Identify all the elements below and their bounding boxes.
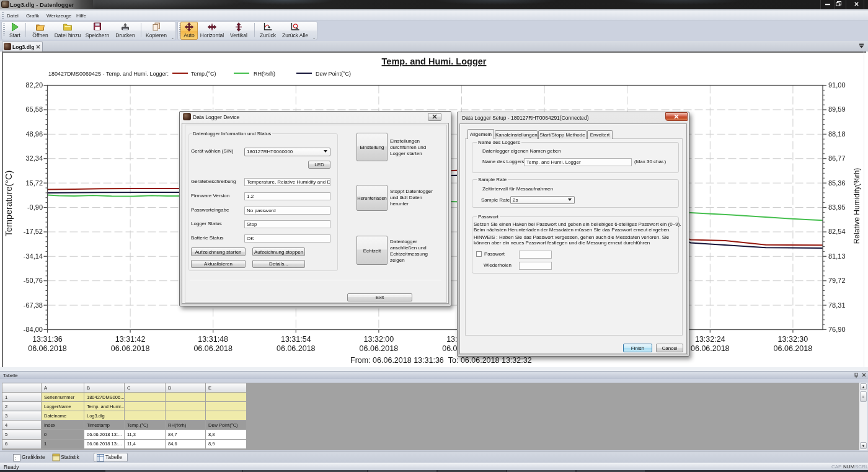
svg-text:15,72: 15,72 bbox=[25, 179, 43, 187]
svg-text:Temperature(°C): Temperature(°C) bbox=[4, 171, 14, 237]
svg-text:83,95: 83,95 bbox=[828, 203, 846, 211]
svg-text:13:31:36: 13:31:36 bbox=[32, 335, 63, 344]
svg-text:91,00: 91,00 bbox=[828, 81, 846, 89]
svg-text:48,96: 48,96 bbox=[25, 130, 43, 138]
svg-text:06.06.2018: 06.06.2018 bbox=[28, 344, 67, 353]
svg-text:RH(%rh): RH(%rh) bbox=[254, 71, 275, 77]
svg-text:82,54: 82,54 bbox=[828, 228, 846, 235]
svg-text:Temp.(°C): Temp.(°C) bbox=[191, 71, 216, 77]
svg-text:180427DMS0069425 - Temp. and H: 180427DMS0069425 - Temp. and Humi. Logge… bbox=[48, 71, 169, 77]
svg-text:86,77: 86,77 bbox=[828, 154, 846, 162]
svg-text:13:31:42: 13:31:42 bbox=[115, 335, 146, 344]
svg-text:From: 06.06.2018 13:31:36 To:: From: 06.06.2018 13:31:36 To: 06.06.2018… bbox=[350, 356, 532, 365]
svg-text:65,58: 65,58 bbox=[25, 105, 43, 113]
svg-text:-67,38: -67,38 bbox=[24, 301, 43, 309]
svg-text:13:32:30: 13:32:30 bbox=[778, 335, 808, 344]
svg-text:81,13: 81,13 bbox=[828, 252, 846, 260]
svg-text:76,90: 76,90 bbox=[828, 326, 846, 333]
svg-text:13:31:48: 13:31:48 bbox=[198, 335, 228, 344]
svg-text:-84,00: -84,00 bbox=[24, 326, 43, 333]
svg-text:13:31:54: 13:31:54 bbox=[281, 335, 311, 344]
svg-text:88,18: 88,18 bbox=[828, 130, 846, 138]
svg-text:79,72: 79,72 bbox=[828, 277, 846, 284]
svg-text:06.06.2018: 06.06.2018 bbox=[691, 344, 730, 353]
svg-text:13:32:24: 13:32:24 bbox=[695, 335, 725, 344]
svg-text:06.06.2018: 06.06.2018 bbox=[277, 344, 316, 353]
svg-text:06.06.2018: 06.06.2018 bbox=[360, 344, 399, 353]
svg-text:-0,90: -0,90 bbox=[27, 203, 43, 211]
svg-text:06.06.2018: 06.06.2018 bbox=[774, 344, 813, 353]
svg-text:-50,76: -50,76 bbox=[24, 277, 43, 284]
svg-text::: : bbox=[15, 455, 16, 461]
svg-text:-34,14: -34,14 bbox=[24, 252, 43, 260]
svg-text:Temp. and Humi. Logger: Temp. and Humi. Logger bbox=[382, 56, 487, 66]
svg-text:Relative Humidity(%rh): Relative Humidity(%rh) bbox=[852, 168, 861, 244]
svg-text:06.06.2018: 06.06.2018 bbox=[193, 344, 232, 353]
svg-text:32,34: 32,34 bbox=[25, 154, 43, 162]
svg-text:78,31: 78,31 bbox=[828, 301, 846, 309]
svg-text:06.06.2018: 06.06.2018 bbox=[111, 344, 150, 353]
svg-text:-17,52: -17,52 bbox=[24, 228, 43, 235]
svg-text:85,36: 85,36 bbox=[828, 179, 846, 187]
svg-text:13:32:00: 13:32:00 bbox=[364, 335, 394, 344]
svg-text:82,20: 82,20 bbox=[25, 81, 43, 89]
svg-text:89,59: 89,59 bbox=[828, 105, 846, 113]
svg-text:Dew Point(°C): Dew Point(°C) bbox=[316, 71, 351, 77]
